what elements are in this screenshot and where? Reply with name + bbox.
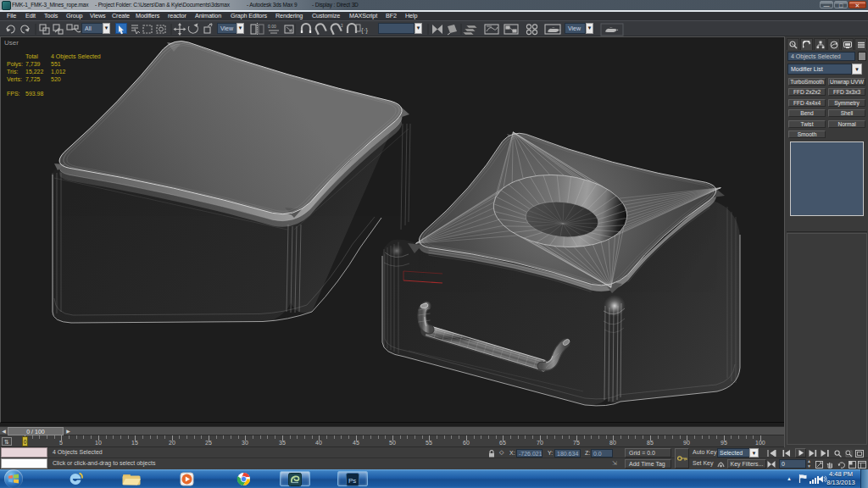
svg-text:3: 3 (341, 24, 343, 28)
svg-text:Ps: Ps (348, 477, 356, 485)
svg-text:{·}: {·} (361, 26, 368, 34)
svg-text:0.00: 0.00 (268, 24, 276, 29)
